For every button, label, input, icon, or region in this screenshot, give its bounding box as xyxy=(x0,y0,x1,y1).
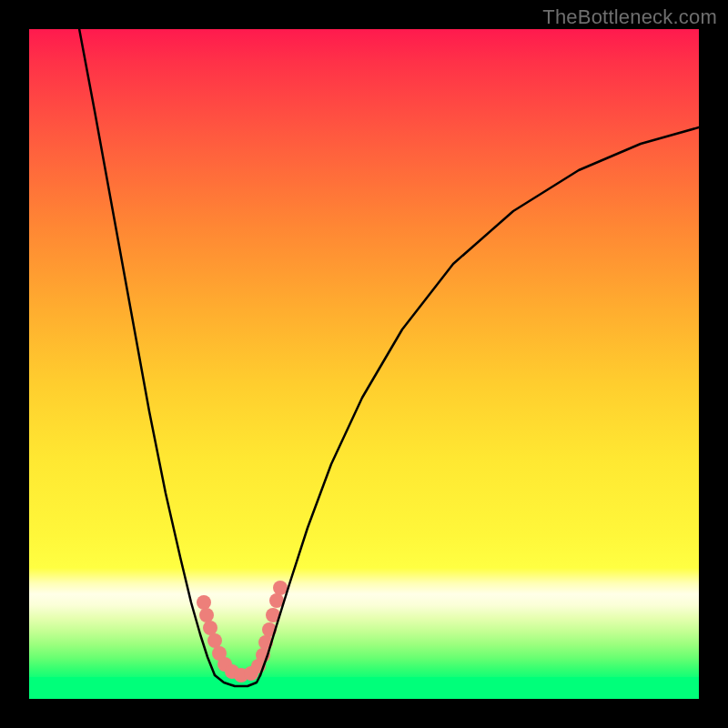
watermark-text: TheBottleneck.com xyxy=(542,5,717,29)
marker-point xyxy=(199,608,214,622)
marker-point xyxy=(207,633,222,648)
series-right-curve xyxy=(260,127,699,675)
plot-area xyxy=(29,29,699,699)
marker-point xyxy=(197,595,211,610)
marker-point xyxy=(273,581,288,595)
series-left-curve xyxy=(78,29,215,675)
chart-frame: TheBottleneck.com xyxy=(0,0,728,728)
line-layer xyxy=(78,29,699,686)
curves-svg xyxy=(29,29,699,699)
marker-point xyxy=(203,621,217,635)
